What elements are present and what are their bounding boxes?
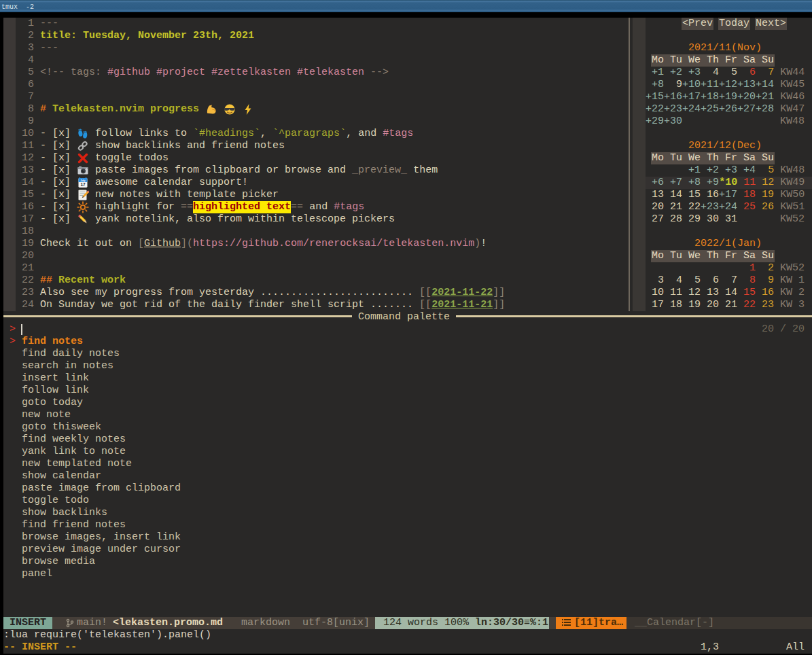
- svg-text:17: 17: [80, 182, 86, 187]
